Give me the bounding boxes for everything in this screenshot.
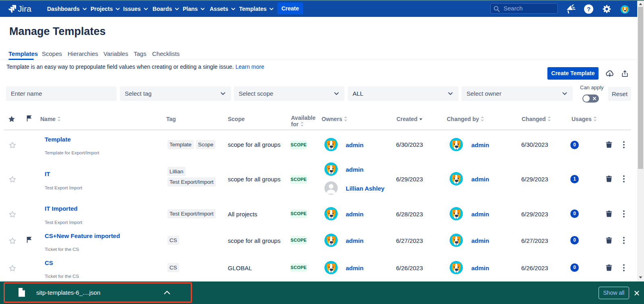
svg-text:?: ? <box>587 6 590 12</box>
